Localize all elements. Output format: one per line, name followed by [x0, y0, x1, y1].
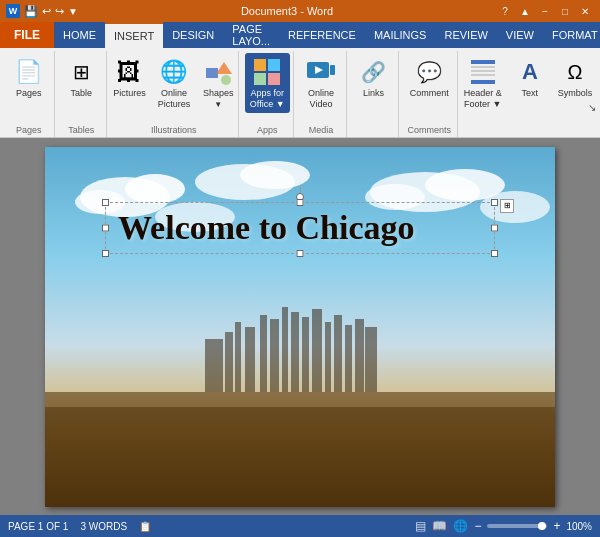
text-label: Text [522, 88, 539, 99]
web-layout-view-button[interactable]: 🌐 [453, 519, 468, 533]
pictures-button[interactable]: 🖼 Pictures [108, 53, 151, 102]
symbols-label: Symbols [558, 88, 593, 99]
apps-for-office-button[interactable]: Apps forOffice ▼ [245, 53, 290, 113]
svg-rect-3 [254, 59, 266, 71]
read-mode-view-button[interactable]: 📖 [432, 519, 447, 533]
online-pictures-icon: 🌐 [158, 56, 190, 88]
links-icon: 🔗 [358, 56, 390, 88]
tab-pagelayout[interactable]: PAGE LAYO... [223, 22, 279, 48]
tab-references[interactable]: REFERENCE [279, 22, 365, 48]
title-bar-controls: ? ▲ − □ ✕ [496, 4, 594, 18]
save-icon[interactable]: 💾 [24, 5, 38, 18]
tab-mailings[interactable]: MAILINGS [365, 22, 436, 48]
layout-options-icon[interactable]: ⊞ [500, 199, 514, 213]
table-label: Table [71, 88, 93, 99]
ribbon-items-text: Header &Footer ▼ A Text Ω Symbols [459, 53, 598, 135]
svg-rect-39 [205, 339, 223, 392]
tab-review[interactable]: REVIEW [435, 22, 496, 48]
online-pictures-button[interactable]: 🌐 OnlinePictures [153, 53, 196, 113]
ribbon-expand-arrow[interactable]: ↘ [588, 102, 596, 113]
svg-rect-0 [206, 68, 218, 78]
shapes-button[interactable]: Shapes▼ [197, 53, 239, 113]
comments-group-label: Comments [407, 125, 451, 137]
rotate-circle[interactable] [296, 193, 304, 201]
close-button[interactable]: ✕ [576, 4, 594, 18]
svg-rect-12 [471, 70, 495, 72]
tab-design[interactable]: DESIGN [163, 22, 223, 48]
minimize-button[interactable]: − [536, 4, 554, 18]
svg-point-17 [125, 174, 185, 204]
zoom-percent[interactable]: 100% [566, 521, 592, 532]
ribbon-group-pages: 📄 Pages Pages [4, 51, 55, 137]
ribbon-toggle-button[interactable]: ▲ [516, 4, 534, 18]
tab-view[interactable]: VIEW [497, 22, 543, 48]
header-footer-label: Header &Footer ▼ [464, 88, 502, 110]
title-bar-left: W 💾 ↩ ↪ ▼ [6, 4, 78, 18]
print-layout-view-button[interactable]: ▤ [415, 519, 426, 533]
comment-icon: 💬 [413, 56, 445, 88]
ribbon-items-illustrations: 🖼 Pictures 🌐 OnlinePictures Shapes▼ [108, 53, 239, 125]
rotate-line [300, 185, 301, 193]
svg-rect-35 [325, 322, 331, 392]
welcome-text[interactable]: Welcome to Chicago [110, 207, 490, 249]
comment-button[interactable]: 💬 Comment [405, 53, 454, 102]
svg-rect-37 [345, 325, 352, 392]
title-bar: W 💾 ↩ ↪ ▼ Document3 - Word ? ▲ − □ ✕ [0, 0, 600, 22]
online-video-icon [305, 56, 337, 88]
customize-icon[interactable]: ▼ [68, 6, 78, 17]
page-info: PAGE 1 OF 1 [8, 521, 68, 532]
symbols-button[interactable]: Ω Symbols [553, 53, 598, 102]
svg-rect-30 [270, 319, 279, 392]
online-video-label: OnlineVideo [308, 88, 334, 110]
document-page[interactable]: ⊞ Welcome to Chicago [45, 147, 555, 507]
rotate-handle[interactable] [296, 185, 304, 201]
svg-rect-36 [334, 315, 342, 392]
undo-icon[interactable]: ↩ [42, 5, 51, 18]
apps-for-office-label: Apps forOffice ▼ [250, 88, 285, 110]
title-bar-title: Document3 - Word [241, 5, 333, 17]
media-group-label: Media [309, 125, 334, 137]
word-icon: W [6, 4, 20, 18]
svg-rect-42 [45, 407, 555, 507]
tab-insert[interactable]: INSERT [105, 22, 163, 48]
zoom-slider[interactable] [487, 524, 547, 528]
ribbon-group-text: Header &Footer ▼ A Text Ω Symbols [460, 51, 596, 137]
ribbon: 📄 Pages Pages ⊞ Table Tables 🖼 Pictures … [0, 48, 600, 138]
svg-rect-31 [282, 307, 288, 392]
svg-rect-26 [225, 332, 233, 392]
status-bar: PAGE 1 OF 1 3 WORDS 📋 ▤ 📖 🌐 − + 100% [0, 515, 600, 537]
ribbon-group-tables: ⊞ Table Tables [57, 51, 108, 137]
document-background [45, 147, 555, 507]
tab-home[interactable]: HOME [54, 22, 105, 48]
track-changes-icon[interactable]: 📋 [139, 521, 151, 532]
svg-rect-13 [471, 74, 495, 76]
tab-file[interactable]: FILE [0, 22, 54, 48]
header-footer-icon [467, 56, 499, 88]
table-button[interactable]: ⊞ Table [60, 53, 102, 102]
zoom-out-button[interactable]: − [474, 519, 481, 533]
zoom-thumb[interactable] [538, 522, 546, 530]
help-button[interactable]: ? [496, 4, 514, 18]
online-video-button[interactable]: OnlineVideo [300, 53, 342, 113]
svg-rect-40 [365, 327, 377, 392]
svg-rect-29 [260, 315, 267, 392]
text-box-selection[interactable]: ⊞ Welcome to Chicago [105, 202, 495, 254]
pages-button[interactable]: 📄 Pages [8, 53, 50, 102]
ribbon-items-comments: 💬 Comment [405, 53, 454, 125]
links-label: Links [363, 88, 384, 99]
tab-format[interactable]: FORMAT [543, 22, 600, 48]
pages-group-label: Pages [16, 125, 42, 137]
svg-rect-10 [471, 60, 495, 64]
text-button[interactable]: A Text [509, 53, 551, 102]
restore-button[interactable]: □ [556, 4, 574, 18]
text-box-container[interactable]: ⊞ Welcome to Chicago [105, 202, 495, 254]
pictures-icon: 🖼 [113, 56, 145, 88]
zoom-in-button[interactable]: + [553, 519, 560, 533]
sky-svg [45, 147, 555, 507]
header-footer-button[interactable]: Header &Footer ▼ [459, 53, 507, 113]
svg-point-2 [221, 75, 231, 85]
apps-group-label: Apps [257, 125, 278, 137]
redo-icon[interactable]: ↪ [55, 5, 64, 18]
links-button[interactable]: 🔗 Links [353, 53, 395, 102]
ribbon-items-media: OnlineVideo [300, 53, 342, 125]
